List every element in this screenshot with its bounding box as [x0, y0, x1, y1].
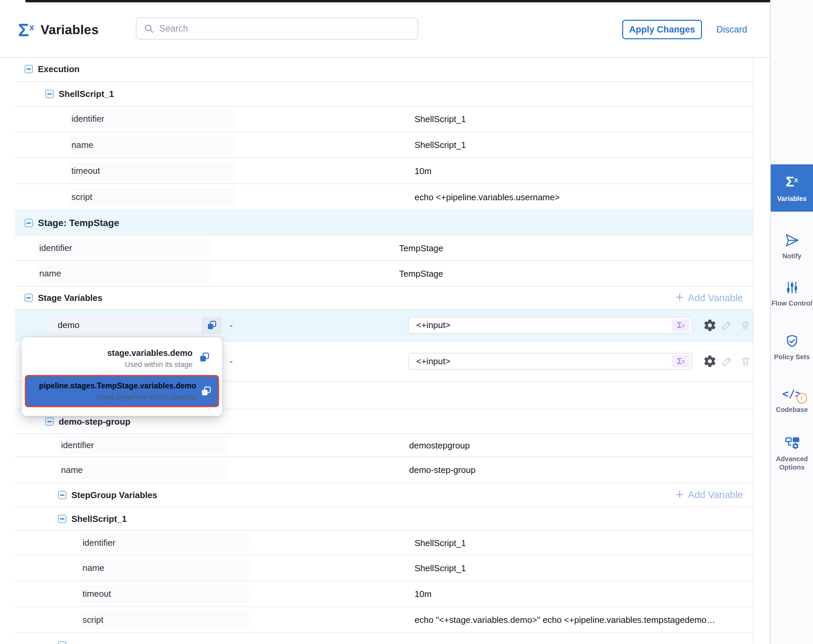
field-value: demostepgroup [409, 440, 470, 451]
collapse-icon[interactable] [25, 219, 33, 227]
variable-value-input[interactable]: <+input> Σx [408, 317, 692, 334]
add-variable-button[interactable]: + Add Variable [676, 292, 743, 304]
add-variable-label: Add Variable [688, 489, 743, 500]
collapse-icon[interactable] [58, 491, 66, 499]
sidebar-item-label: Advanced Options [771, 455, 813, 472]
sidebar-item-label: Notify [782, 252, 802, 260]
field-value: TempStage [399, 243, 443, 253]
collapse-icon[interactable] [25, 294, 33, 302]
dropdown-item-pipeline-scope-selected[interactable]: pipeline.stages.TempStage.variables.demo… [25, 375, 219, 407]
warning-badge-icon: ! [796, 393, 807, 403]
row-field-timeout: timeout 10m [15, 158, 753, 184]
copy-variable-button[interactable] [201, 317, 222, 334]
row-partial [15, 633, 753, 644]
sidebar-item-label: Flow Control [772, 299, 812, 308]
variable-settings-button[interactable] [703, 318, 717, 332]
add-variable-button[interactable]: + Add Variable [676, 489, 743, 501]
variables-drawer: Σx Variables Apply Changes Discard Execu… [0, 0, 813, 644]
row-variable-demo: demo - <+input> Σx [15, 310, 753, 342]
field-label: script [69, 188, 236, 206]
row-stage-tempstage: Stage: TempStage [15, 211, 753, 236]
collapse-icon[interactable] [58, 641, 66, 644]
field-label: name [69, 136, 236, 154]
row-sg-timeout: timeout 10m [15, 581, 753, 607]
row-field-name: name ShellScript_1 [15, 132, 753, 158]
variable-settings-button[interactable] [703, 354, 717, 368]
search-input[interactable] [159, 23, 395, 34]
scope-path: pipeline.stages.TempStage.variables.demo [39, 381, 196, 390]
scope-description: Used anywhere within pipeline [97, 393, 196, 402]
page-top-strip [26, 0, 770, 2]
sidebar-item-variables[interactable]: Σx Variables [771, 164, 813, 212]
edit-variable-button[interactable] [721, 319, 733, 331]
row-execution: Execution [15, 57, 753, 82]
field-value: 10m [414, 166, 432, 176]
field-label: name [59, 461, 229, 479]
sidebar-item-notify[interactable]: Notify [771, 232, 813, 260]
field-value: ShellScript_1 [414, 114, 466, 124]
collapse-icon[interactable] [45, 417, 54, 426]
variable-name-input[interactable]: demo [50, 317, 201, 334]
scope-description: Used within its stage [125, 360, 193, 369]
sidebar-item-codebase[interactable]: </>! Codebase [771, 386, 813, 414]
row-field-script: script echo <+pipeline.variables.usernam… [15, 184, 753, 211]
expression-toggle-icon[interactable]: Σx [672, 319, 690, 332]
field-value: ShellScript_1 [414, 563, 466, 573]
collapse-icon[interactable] [25, 65, 33, 74]
variable-description: - [230, 320, 233, 330]
edit-variable-button[interactable] [721, 355, 733, 368]
field-value: TempStage [399, 268, 443, 279]
collapse-icon[interactable] [58, 515, 66, 523]
apply-changes-button[interactable]: Apply Changes [622, 20, 702, 39]
right-sidebar: Σx Variables Notify Flow Control Policy … [770, 0, 813, 644]
sidebar-item-policy-sets[interactable]: Policy Sets [771, 333, 813, 361]
main-panel: Σx Variables Apply Changes Discard Execu… [0, 2, 770, 644]
variables-sigma-icon: Σx [786, 174, 798, 190]
field-label: identifier [80, 534, 249, 552]
page-title: Variables [41, 23, 98, 37]
field-label: identifier [37, 239, 212, 257]
field-label: script [80, 611, 249, 629]
dropdown-item-stage-scope[interactable]: stage.variables.demo Used within its sta… [22, 340, 222, 374]
row-shellscript1: ShellScript_1 [15, 82, 753, 106]
copy-icon[interactable] [199, 352, 210, 363]
paper-plane-icon [784, 232, 800, 248]
group-label: demo-step-group [59, 416, 130, 427]
field-label: name [80, 559, 249, 577]
variables-sigma-icon: Σx [18, 21, 34, 39]
variable-scope-dropdown: stage.variables.demo Used within its sta… [22, 337, 222, 416]
search-icon [144, 23, 154, 34]
sidebar-item-label: Codebase [776, 406, 808, 414]
delete-variable-button[interactable] [740, 320, 751, 331]
row-dsg-name: name demo-step-group [15, 457, 753, 483]
field-value: demo-step-group [409, 465, 476, 475]
delete-variable-button[interactable] [740, 356, 751, 367]
field-label: identifier [59, 436, 229, 454]
section-label: Stage Variables [38, 293, 102, 303]
sidebar-item-label: Variables [777, 195, 807, 203]
expression-toggle-icon[interactable]: Σx [672, 355, 690, 368]
plus-icon: + [676, 488, 684, 501]
copy-icon[interactable] [201, 386, 212, 397]
row-sg-identifier: identifier ShellScript_1 [15, 531, 753, 555]
row-sg-script: script echo "<+stage.variables.demo>" ec… [15, 607, 753, 633]
variable-value-input[interactable]: <+input> Σx [408, 353, 692, 370]
gear-icon [703, 354, 717, 368]
sliders-icon [784, 279, 799, 296]
sidebar-item-flow-control[interactable]: Flow Control [771, 279, 813, 308]
discard-button[interactable]: Discard [716, 20, 747, 39]
variable-description: - [230, 356, 233, 366]
field-label: timeout [69, 162, 236, 180]
collapse-icon[interactable] [45, 90, 54, 98]
search-box[interactable] [136, 17, 418, 40]
code-icon: </>! [782, 387, 802, 400]
row-stage-variables-section: Stage Variables + Add Variable [15, 287, 753, 310]
group-label: Execution [38, 64, 80, 74]
row-field-identifier: identifier ShellScript_1 [15, 106, 753, 132]
stage-group-label: Stage: TempStage [38, 218, 119, 228]
field-label: timeout [80, 585, 249, 603]
sidebar-item-advanced-options[interactable]: Advanced Options [771, 435, 813, 472]
field-value: 10m [414, 589, 432, 599]
field-label: identifier [69, 110, 236, 128]
field-value: echo "<+stage.variables.demo>" echo <+pi… [414, 615, 715, 625]
